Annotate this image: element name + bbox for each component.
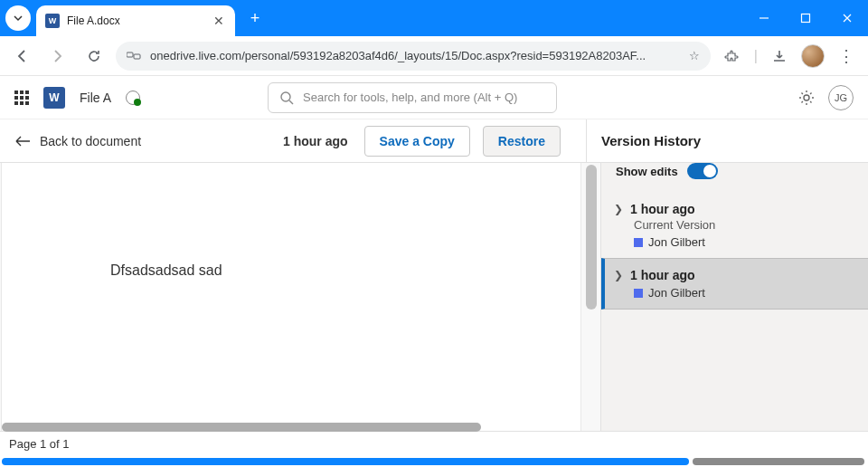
window-close-button[interactable]	[826, 0, 868, 36]
back-to-document-link[interactable]: Back to document	[14, 134, 141, 148]
version-history-title: Version History	[601, 133, 701, 148]
author-color-swatch	[634, 238, 643, 247]
browser-profile-avatar[interactable]	[801, 44, 825, 68]
search-input[interactable]: Search for tools, help, and more (Alt + …	[268, 82, 557, 113]
author-color-swatch	[634, 289, 643, 298]
app-launcher-icon[interactable]	[14, 91, 29, 105]
back-label: Back to document	[40, 134, 141, 148]
window-maximize-button[interactable]	[785, 0, 826, 36]
show-edits-row: Show edits	[601, 163, 868, 192]
nav-reload-button[interactable]	[80, 42, 108, 71]
sync-status-icon[interactable]	[126, 91, 140, 105]
browser-titlebar: W File A.docx ✕ +	[0, 0, 868, 36]
browser-tab[interactable]: W File A.docx ✕	[36, 5, 235, 36]
browser-address-bar: onedrive.live.com/personal/593192a8203af…	[0, 36, 868, 76]
url-text: onedrive.live.com/personal/593192a8203af…	[150, 49, 680, 62]
document-viewport[interactable]: Dfsadsadsad sad	[0, 163, 600, 431]
new-tab-button[interactable]: +	[242, 5, 268, 31]
arrow-left-icon	[14, 135, 31, 148]
settings-gear-icon[interactable]	[797, 89, 816, 107]
main-content: Dfsadsadsad sad Show edits ❯ 1 hour ago …	[0, 163, 868, 431]
chevron-right-icon[interactable]: ❯	[614, 203, 623, 215]
tab-title: File A.docx	[67, 14, 210, 27]
show-edits-toggle[interactable]	[687, 163, 718, 179]
svg-rect-3	[134, 54, 140, 59]
url-field[interactable]: onedrive.live.com/personal/593192a8203af…	[116, 42, 711, 71]
svg-point-4	[281, 92, 290, 101]
window-minimize-button[interactable]	[743, 0, 785, 36]
downloads-icon[interactable]	[765, 42, 794, 71]
nav-forward-button[interactable]	[43, 42, 72, 71]
vertical-scrollbar[interactable]	[586, 165, 597, 310]
extensions-icon[interactable]	[718, 42, 747, 71]
version-subtitle: Current Version	[634, 218, 854, 232]
save-copy-button[interactable]: Save a Copy	[364, 126, 470, 157]
version-author: Jon Gilbert	[648, 286, 705, 300]
search-icon	[279, 91, 294, 105]
app-header: W File A Search for tools, help, and mor…	[0, 76, 868, 119]
version-timestamp: 1 hour ago	[283, 134, 348, 148]
horizontal-scrollbar[interactable]	[0, 423, 868, 432]
site-info-icon[interactable]	[127, 50, 141, 62]
version-author: Jon Gilbert	[648, 235, 705, 249]
svg-rect-1	[802, 14, 810, 23]
version-time: 1 hour ago	[630, 268, 695, 282]
svg-point-6	[804, 95, 809, 100]
restore-button[interactable]: Restore	[483, 126, 561, 157]
search-placeholder: Search for tools, help, and more (Alt + …	[303, 91, 517, 104]
version-item-current[interactable]: ❯ 1 hour ago Current Version Jon Gilbert	[601, 192, 868, 258]
version-item-selected[interactable]: ❯ 1 hour ago Jon Gilbert	[601, 258, 868, 310]
nav-back-button[interactable]	[7, 42, 36, 71]
bookmark-star-icon[interactable]: ☆	[689, 49, 700, 62]
page-indicator: Page 1 of 1	[9, 437, 70, 451]
tab-close-icon[interactable]: ✕	[210, 14, 228, 28]
document-page: Dfsadsadsad sad	[2, 163, 580, 431]
svg-rect-2	[127, 52, 133, 57]
version-time: 1 hour ago	[630, 202, 695, 216]
profile-initials: JG	[835, 92, 847, 103]
user-profile-badge[interactable]: JG	[828, 85, 854, 110]
word-app-icon[interactable]: W	[43, 87, 65, 109]
status-bar: Page 1 of 1	[0, 431, 868, 456]
svg-line-5	[289, 100, 293, 104]
toolbar-separator: |	[754, 48, 758, 64]
chevron-right-icon[interactable]: ❯	[614, 269, 623, 281]
show-edits-label: Show edits	[616, 165, 678, 178]
browser-menu-button[interactable]: ⋮	[832, 42, 861, 71]
word-favicon-icon: W	[45, 14, 60, 28]
version-history-panel: Show edits ❯ 1 hour ago Current Version …	[600, 163, 868, 431]
document-body-text: Dfsadsadsad sad	[110, 262, 472, 279]
version-toolbar: Back to document 1 hour ago Save a Copy …	[0, 119, 868, 163]
tab-dropdown-button[interactable]	[5, 5, 31, 31]
document-filename[interactable]: File A	[80, 91, 111, 105]
window-bottom-accent	[0, 456, 868, 467]
